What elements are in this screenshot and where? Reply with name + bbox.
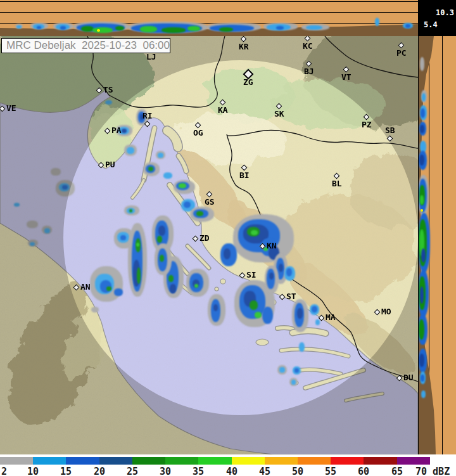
dbz-tick-label: 60 <box>358 466 369 476</box>
dbz-tick-label: 15 <box>60 466 72 476</box>
echo-cell <box>262 307 273 324</box>
echo-cell <box>312 306 317 312</box>
echo-cell <box>158 226 165 236</box>
city-label-mo: MO <box>381 308 391 316</box>
city-label-ve: VE <box>6 105 16 112</box>
echo-cell <box>419 319 424 340</box>
echo-cell <box>157 236 162 243</box>
city-label-kr: KR <box>239 43 249 51</box>
echo-cell <box>286 268 292 276</box>
echo-cell <box>115 26 124 30</box>
city-label-ma: MA <box>326 314 336 321</box>
echo-cell <box>14 203 20 207</box>
dbz-colorbar <box>0 457 430 465</box>
dbz-segment <box>331 457 364 465</box>
echo-cell <box>122 129 127 133</box>
echo-cell <box>255 312 262 318</box>
city-label-pz: PZ <box>362 121 372 129</box>
city-label-st: ST <box>286 293 296 300</box>
echo-cell <box>30 242 35 246</box>
echo-cell <box>27 221 38 228</box>
height-label-5km: 5.4 <box>424 20 438 29</box>
dbz-segment <box>265 457 298 465</box>
echo-cell <box>421 390 426 398</box>
echo-cell <box>306 25 322 30</box>
radar-map: VETSLJRIPAPUOGKRKCPCZGBJVTKASKPZSBBIBLGS… <box>0 36 418 454</box>
echo-cell <box>137 267 141 284</box>
echo-cell <box>420 125 424 133</box>
echo-cell <box>422 93 426 101</box>
top-terrain-profile <box>0 0 418 36</box>
echo-cell <box>187 26 200 31</box>
city-label-bi: BI <box>239 172 250 179</box>
radar-screenshot: 10.3 5.4 <box>0 0 456 476</box>
dbz-tick-label: 10 <box>27 466 39 476</box>
dbz-segment <box>66 457 99 465</box>
dbz-tick-label: 65 <box>391 466 403 476</box>
echo-cell <box>291 380 296 385</box>
right-cross-section <box>418 36 456 454</box>
city-label-sb: SB <box>385 127 395 134</box>
echo-cell <box>269 273 274 280</box>
echo-cell <box>420 286 424 304</box>
echo-cell <box>405 24 410 28</box>
dbz-tick-label: 35 <box>193 466 204 476</box>
city-label-zd: ZD <box>200 235 210 242</box>
city-label-vt: VT <box>341 74 352 81</box>
echo-cell <box>251 230 258 235</box>
echo-cell <box>315 319 320 325</box>
base-map <box>0 36 418 454</box>
echo-cell <box>196 211 203 216</box>
echo-cell <box>421 108 425 118</box>
echo-cell <box>419 155 424 165</box>
echo-cell <box>114 288 123 296</box>
echo-cell <box>420 57 424 71</box>
dbz-tick-label: 50 <box>292 466 303 476</box>
echo-cell <box>170 284 176 293</box>
dbz-segment <box>298 457 331 465</box>
city-label-ri: RI <box>142 112 153 120</box>
city-label-bl: BL <box>332 180 342 188</box>
echo-cell <box>276 26 284 30</box>
echo-cell <box>420 195 424 205</box>
echo-cell <box>148 167 153 171</box>
echo-cell <box>168 275 174 282</box>
radar-title: MRC Debeljak 2025-10-23 06:00 <box>1 38 170 53</box>
echo-cell <box>160 255 164 262</box>
echo-cell <box>297 308 303 319</box>
dbz-tick-label: 45 <box>259 466 270 476</box>
echo-cell <box>37 26 41 29</box>
dbz-tick-label: 40 <box>226 466 238 476</box>
dbz-segment <box>232 457 265 465</box>
echo-cell <box>91 307 99 312</box>
city-label-zg: ZG <box>243 79 253 86</box>
echo-cell <box>375 18 379 26</box>
dbz-segment <box>99 457 132 465</box>
city-label-ts: TS <box>103 86 113 94</box>
city-label-gs: GS <box>205 198 215 206</box>
city-label-pa: PA <box>111 127 122 134</box>
echo-cell <box>44 228 50 233</box>
echo-cell <box>136 243 139 247</box>
echo-cell <box>419 354 424 367</box>
dbz-scale: 210152025303540455055606570 dBZ <box>0 454 456 476</box>
echo-cell <box>60 26 66 30</box>
echo-cell <box>294 368 299 373</box>
echo-cell <box>279 367 285 373</box>
dbz-tick-label: 2 <box>1 466 7 476</box>
city-label-ka: KA <box>218 106 228 114</box>
dbz-segment <box>198 457 232 465</box>
dbz-tick-label: 70 dBZ <box>415 466 450 476</box>
echo-cell <box>194 284 198 288</box>
top-cross-section <box>0 0 418 36</box>
echo-cell <box>219 27 233 32</box>
echo-cell <box>279 264 283 272</box>
echo-cell <box>62 185 68 190</box>
city-label-du: DU <box>403 374 414 382</box>
height-gridline <box>0 1 418 2</box>
echo-cell <box>129 209 132 212</box>
echo-cell <box>81 26 94 32</box>
dbz-segment <box>132 457 165 465</box>
dbz-tick-label: 30 <box>160 466 171 476</box>
height-scale-box: 10.3 5.4 <box>418 0 456 36</box>
